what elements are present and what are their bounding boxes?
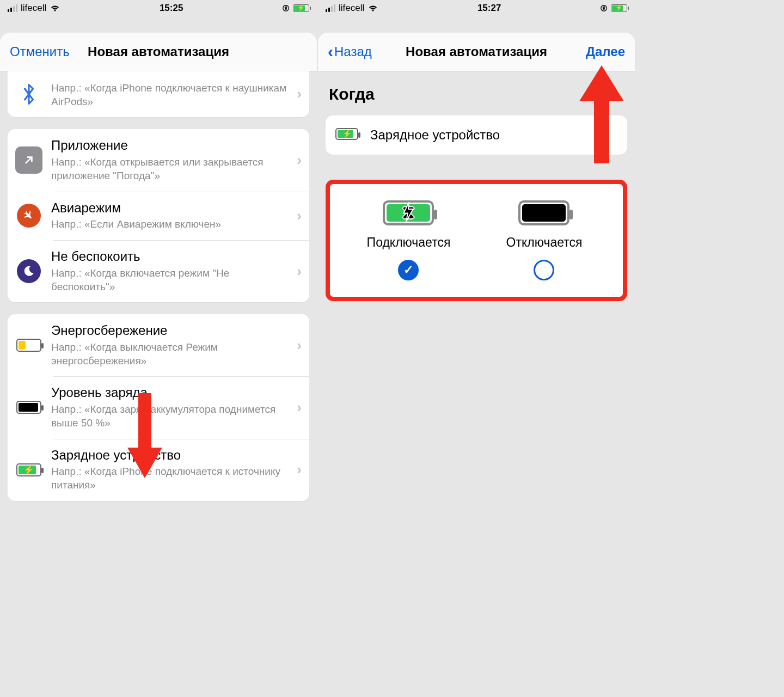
battery-charging-icon: ⚡ [335,128,358,142]
nav-bar: Отменить Новая автоматизация [0,33,317,71]
battery-status-icon: ⚡ [611,4,627,12]
back-button[interactable]: ‹ Назад [328,44,372,60]
wifi-icon [367,4,378,12]
app-icon [15,146,42,174]
clock: 15:25 [160,3,183,14]
row-subtitle: Напр.: «Если Авиарежим включен» [51,218,288,231]
cancel-label: Отменить [10,44,70,59]
radio-unchecked-icon[interactable] [534,260,554,280]
bluetooth-icon [15,81,42,108]
option-label: Отключается [506,235,583,250]
back-label: Назад [334,44,372,59]
row-subtitle: Напр.: «Когда выключается Режим энергосб… [51,341,288,368]
section-heading: Когда [329,85,627,103]
battery-charging-large-icon: ⧗ [383,200,434,225]
chevron-right-icon: › [297,399,302,416]
trigger-label: Зарядное устройство [370,127,500,143]
battery-full-large-icon [518,200,569,225]
chevron-right-icon: › [297,263,302,280]
row-charger[interactable]: ⚡ Зарядное устройство Напр.: «Когда iPho… [8,439,309,501]
carrier-label: lifecell [339,3,364,14]
option-disconnects[interactable]: Отключается [482,200,607,280]
screenshot-left: lifecell 15:25 ⚡ Отменить Новая автомати… [0,0,317,697]
trigger-group-bluetooth: Напр.: «Когда iPhone подключается к науш… [8,71,309,117]
cancel-button[interactable]: Отменить [10,44,70,59]
row-low-power[interactable]: Энергосбережение Напр.: «Когда выключает… [8,314,309,376]
rotation-lock-icon [600,4,608,12]
svg-rect-5 [603,7,605,9]
option-label: Подключается [367,235,451,250]
battery-status-icon: ⚡ [293,4,309,12]
wifi-icon [50,4,60,12]
row-subtitle: Напр.: «Когда открывается или закрываетс… [51,156,288,182]
trigger-group-battery: Энергосбережение Напр.: «Когда выключает… [8,314,309,501]
row-app[interactable]: Приложение Напр.: «Когда открывается или… [8,129,309,191]
battery-full-icon [15,394,42,421]
chevron-right-icon: › [297,207,302,224]
rotation-lock-icon [282,4,290,12]
row-dnd[interactable]: Не беспокоить Напр.: «Когда включается р… [8,240,309,302]
row-title: Уровень заряда [51,385,288,401]
row-subtitle: Напр.: «Когда iPhone подключается к науш… [51,82,288,108]
signal-icon [326,4,335,12]
nav-title: Новая автоматизация [406,44,547,59]
row-title: Приложение [51,138,288,154]
signal-icon [8,4,17,12]
row-title: Не беспокоить [51,249,288,265]
row-subtitle: Напр.: «Когда iPhone подключается к исто… [51,465,288,492]
row-battery-level[interactable]: Уровень заряда Напр.: «Когда заряд аккум… [8,376,309,438]
row-title: Зарядное устройство [51,448,288,463]
next-label: Далее [586,44,625,59]
option-connects[interactable]: ⧗ Подключается [346,200,471,280]
nav-bar: ‹ Назад Новая автоматизация Далее [318,33,635,71]
moon-icon [15,258,42,285]
chevron-right-icon: › [297,337,302,354]
clock: 15:27 [477,3,501,14]
chevron-left-icon: ‹ [328,44,333,60]
trigger-summary-card: ⚡ Зарядное устройство [326,115,627,155]
chevron-right-icon: › [297,152,302,169]
svg-rect-1 [285,7,287,9]
battery-yellow-icon [15,332,42,359]
chevron-right-icon: › [297,461,302,478]
trigger-group-apps: Приложение Напр.: «Когда открывается или… [8,129,309,302]
row-subtitle: Напр.: «Когда заряд аккумулятора подниме… [51,403,288,430]
battery-charging-icon: ⚡ [15,456,42,484]
status-bar: lifecell 15:25 ⚡ [0,0,317,16]
airplane-icon [15,202,42,229]
radio-checked-icon[interactable] [398,260,419,280]
next-button[interactable]: Далее [586,44,625,59]
row-airplane[interactable]: Авиарежим Напр.: «Если Авиарежим включен… [8,192,309,240]
row-subtitle: Напр.: «Когда включается режим "Не беспо… [51,267,288,294]
status-bar: lifecell 15:27 ⚡ [318,0,635,16]
screenshot-right: lifecell 15:27 ⚡ ‹ Назад Новая автоматиз… [318,0,635,697]
row-bluetooth[interactable]: Напр.: «Когда iPhone подключается к науш… [8,71,309,117]
row-title: Энергосбережение [51,323,288,339]
charger-options-card: ⧗ Подключается Отключается [326,180,627,301]
row-title: Авиарежим [51,200,288,216]
carrier-label: lifecell [21,3,46,14]
nav-title: Новая автоматизация [88,44,229,59]
chevron-right-icon: › [297,85,302,102]
